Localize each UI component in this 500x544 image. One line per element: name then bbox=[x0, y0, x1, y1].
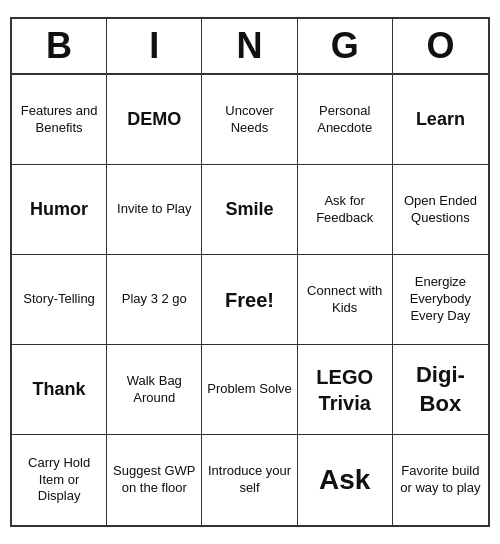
bingo-cell-13: Connect with Kids bbox=[298, 255, 393, 345]
bingo-cell-2: Uncover Needs bbox=[202, 75, 297, 165]
bingo-letter-g: G bbox=[298, 19, 393, 73]
bingo-cell-6: Invite to Play bbox=[107, 165, 202, 255]
bingo-cell-7: Smile bbox=[202, 165, 297, 255]
bingo-card: BINGO Features and BenefitsDEMOUncover N… bbox=[10, 17, 490, 527]
bingo-letter-b: B bbox=[12, 19, 107, 73]
bingo-letter-n: N bbox=[202, 19, 297, 73]
bingo-cell-18: LEGO Trivia bbox=[298, 345, 393, 435]
bingo-cell-17: Problem Solve bbox=[202, 345, 297, 435]
bingo-cell-23: Ask bbox=[298, 435, 393, 525]
bingo-header: BINGO bbox=[12, 19, 488, 75]
bingo-cell-1: DEMO bbox=[107, 75, 202, 165]
bingo-letter-i: I bbox=[107, 19, 202, 73]
bingo-cell-20: Carry Hold Item or Display bbox=[12, 435, 107, 525]
bingo-cell-15: Thank bbox=[12, 345, 107, 435]
bingo-cell-3: Personal Anecdote bbox=[298, 75, 393, 165]
bingo-cell-9: Open Ended Questions bbox=[393, 165, 488, 255]
bingo-cell-4: Learn bbox=[393, 75, 488, 165]
bingo-cell-22: Introduce your self bbox=[202, 435, 297, 525]
bingo-cell-8: Ask for Feedback bbox=[298, 165, 393, 255]
bingo-cell-14: Energize Everybody Every Day bbox=[393, 255, 488, 345]
bingo-cell-11: Play 3 2 go bbox=[107, 255, 202, 345]
bingo-grid: Features and BenefitsDEMOUncover NeedsPe… bbox=[12, 75, 488, 525]
bingo-cell-5: Humor bbox=[12, 165, 107, 255]
bingo-letter-o: O bbox=[393, 19, 488, 73]
bingo-cell-12: Free! bbox=[202, 255, 297, 345]
bingo-cell-10: Story-Telling bbox=[12, 255, 107, 345]
bingo-cell-24: Favorite build or way to play bbox=[393, 435, 488, 525]
bingo-cell-0: Features and Benefits bbox=[12, 75, 107, 165]
bingo-cell-16: Walk Bag Around bbox=[107, 345, 202, 435]
bingo-cell-21: Suggest GWP on the floor bbox=[107, 435, 202, 525]
bingo-cell-19: Digi-Box bbox=[393, 345, 488, 435]
